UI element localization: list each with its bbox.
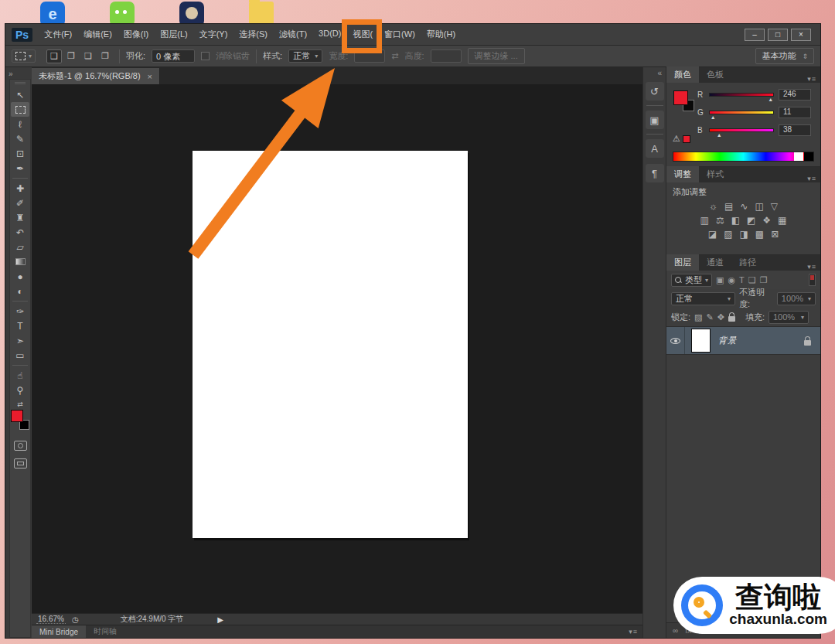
- color-spectrum-ramp[interactable]: [673, 152, 814, 162]
- gamut-warning[interactable]: ⚠: [673, 134, 690, 144]
- subtract-selection-button[interactable]: ❏: [80, 49, 96, 63]
- filter-type-layers-icon[interactable]: T: [739, 275, 745, 285]
- add-selection-button[interactable]: ❒: [63, 49, 79, 63]
- exposure-icon[interactable]: ◫: [755, 202, 763, 211]
- menu-filter[interactable]: 滤镜(T): [278, 23, 308, 46]
- lock-image-pixels-icon[interactable]: ✎: [706, 312, 713, 322]
- style-dropdown[interactable]: 正常 ▾: [288, 49, 322, 63]
- layer-name[interactable]: 背景: [718, 335, 737, 346]
- menu-help[interactable]: 帮助(H): [426, 23, 456, 46]
- dodge-tool[interactable]: ◐: [11, 284, 29, 298]
- pen-tool[interactable]: ✑: [11, 304, 29, 319]
- blue-slider[interactable]: ▲: [709, 128, 774, 132]
- close-button[interactable]: ×: [791, 29, 811, 41]
- panel-menu-icon[interactable]: ▾≡: [629, 628, 638, 635]
- filter-pixel-layers-icon[interactable]: ▣: [716, 275, 724, 285]
- slider-knob-icon[interactable]: ▲: [768, 97, 773, 102]
- menu-view[interactable]: 视图(: [352, 23, 373, 46]
- opacity-dropdown[interactable]: 100% ▾: [777, 292, 816, 305]
- clone-stamp-tool[interactable]: ♜: [11, 210, 29, 225]
- move-tool[interactable]: ↖: [11, 87, 29, 102]
- new-selection-button[interactable]: ❑: [46, 49, 62, 63]
- black-white-icon[interactable]: ◧: [731, 216, 740, 225]
- width-input[interactable]: [354, 49, 385, 63]
- crop-tool[interactable]: ⊡: [11, 146, 29, 161]
- expand-panel-icon[interactable]: »: [5, 67, 32, 79]
- eraser-tool[interactable]: ▱: [11, 240, 29, 254]
- brush-tool[interactable]: ✐: [11, 196, 29, 210]
- menu-window[interactable]: 窗口(W): [383, 23, 416, 46]
- swap-dimensions-icon[interactable]: ⇄: [391, 51, 398, 61]
- fill-dropdown[interactable]: 100% ▾: [769, 311, 809, 324]
- panel-menu-icon[interactable]: ▾≡: [807, 175, 816, 182]
- menu-edit[interactable]: 编辑(E): [83, 23, 113, 46]
- hue-saturation-icon[interactable]: ▥: [700, 216, 709, 225]
- rectangular-marquee-tool[interactable]: [11, 102, 29, 117]
- red-value-input[interactable]: 246: [779, 89, 811, 101]
- eyedropper-tool[interactable]: ✒: [11, 161, 29, 175]
- menu-3d[interactable]: 3D(D): [318, 23, 342, 46]
- color-balance-icon[interactable]: ⚖: [716, 216, 724, 225]
- zoom-tool[interactable]: ⚲: [11, 383, 29, 397]
- white-swatch[interactable]: [794, 152, 803, 161]
- blend-mode-dropdown[interactable]: 正常 ▾: [671, 292, 735, 305]
- refine-edge-button[interactable]: 调整边缘 ...: [468, 48, 525, 64]
- tab-channels[interactable]: 通道: [699, 254, 731, 271]
- tab-swatches[interactable]: 色板: [699, 66, 731, 83]
- lock-position-icon[interactable]: ✥: [717, 312, 724, 322]
- history-brush-tool[interactable]: ↶: [11, 225, 29, 240]
- swap-colors-icon[interactable]: ⇄: [17, 400, 23, 408]
- history-panel-button[interactable]: ↺: [646, 82, 664, 101]
- tool-preset-picker[interactable]: ▾: [12, 49, 36, 63]
- type-tool[interactable]: T: [11, 319, 29, 333]
- filter-smart-objects-icon[interactable]: ❐: [760, 275, 768, 285]
- brightness-contrast-icon[interactable]: ☼: [709, 202, 717, 211]
- filter-type-dropdown[interactable]: 类型 ▾: [671, 274, 712, 287]
- tab-styles[interactable]: 样式: [699, 166, 731, 182]
- green-slider[interactable]: ▲: [709, 111, 774, 114]
- document-canvas[interactable]: [193, 151, 468, 538]
- paragraph-panel-button[interactable]: ¶: [646, 164, 664, 182]
- menu-image[interactable]: 图像(I): [123, 23, 149, 46]
- spot-healing-brush-tool[interactable]: ✚: [11, 181, 29, 196]
- link-layers-icon[interactable]: ∞: [673, 626, 678, 635]
- filter-adjustment-layers-icon[interactable]: ◉: [728, 275, 735, 285]
- channel-mixer-icon[interactable]: ❖: [762, 216, 771, 225]
- tab-paths[interactable]: 路径: [731, 254, 764, 271]
- filter-shape-layers-icon[interactable]: ❏: [748, 275, 756, 285]
- panel-menu-icon[interactable]: ▾≡: [807, 263, 816, 271]
- menu-type[interactable]: 文字(Y): [199, 23, 229, 46]
- curves-icon[interactable]: ∿: [740, 202, 748, 211]
- tab-layers[interactable]: 图层: [666, 254, 699, 271]
- foreground-color-swatch[interactable]: [11, 410, 23, 422]
- lock-all-icon[interactable]: [728, 316, 735, 322]
- menu-select[interactable]: 选择(S): [238, 23, 268, 46]
- workspace-switcher[interactable]: 基本功能 ⇕: [755, 48, 814, 64]
- mini-bridge-panel-button[interactable]: ▣: [646, 111, 664, 129]
- slider-knob-icon[interactable]: ▲: [711, 114, 716, 120]
- rectangle-tool[interactable]: ▭: [11, 348, 29, 363]
- filter-toggle-switch[interactable]: [809, 274, 816, 286]
- levels-icon[interactable]: ▤: [724, 202, 733, 211]
- layer-thumbnail[interactable]: [691, 329, 711, 353]
- zoom-level-field[interactable]: 16.67%: [36, 615, 66, 624]
- quick-mask-button[interactable]: [14, 441, 27, 451]
- vibrance-icon[interactable]: ▽: [771, 202, 778, 211]
- gradient-tool[interactable]: [11, 254, 29, 269]
- maximize-button[interactable]: □: [768, 29, 788, 41]
- toolbar-grip[interactable]: [15, 82, 26, 84]
- timeline-tab[interactable]: 时间轴: [86, 625, 124, 638]
- gradient-map-icon[interactable]: ▩: [755, 230, 764, 239]
- document-tab[interactable]: 未标题-1 @ 16.7%(RGB/8) ×: [32, 68, 160, 84]
- visibility-cell[interactable]: [666, 327, 685, 354]
- foreground-color-swatch[interactable]: [673, 90, 688, 105]
- invert-icon[interactable]: ◪: [708, 230, 717, 239]
- height-input[interactable]: [431, 49, 462, 63]
- mini-bridge-tab[interactable]: Mini Bridge: [32, 625, 86, 638]
- tab-color[interactable]: 颜色: [666, 66, 699, 83]
- antialias-checkbox[interactable]: [201, 52, 210, 60]
- screen-mode-button[interactable]: [14, 458, 27, 469]
- slider-knob-icon[interactable]: ▲: [717, 132, 722, 138]
- blue-value-input[interactable]: 38: [779, 124, 811, 136]
- lasso-tool[interactable]: ℓ: [11, 117, 29, 131]
